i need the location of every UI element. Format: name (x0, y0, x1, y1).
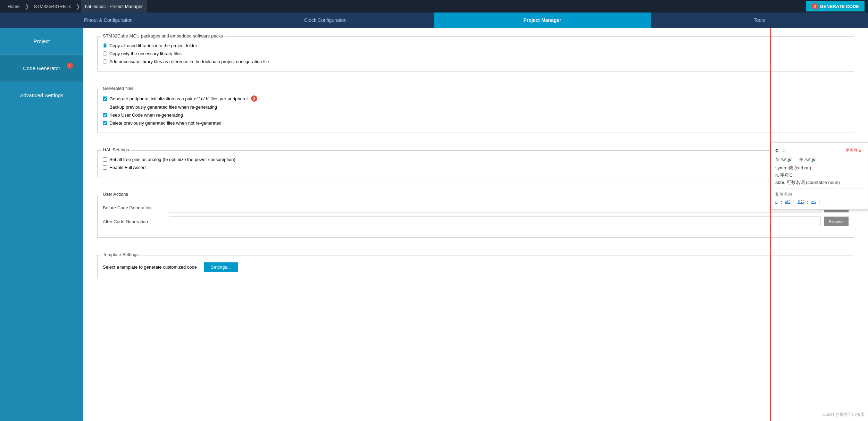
top-nav-bar: Home ❯ STM32G431RBTx ❯ hal-led.ioc - Pro… (0, 0, 868, 12)
checkbox-backup[interactable]: Backup previously generated files when r… (103, 104, 849, 110)
tab-tools[interactable]: Tools (651, 12, 868, 28)
template-settings-section: Template Settings Select a template to g… (97, 255, 854, 279)
breadcrumb-arrow-1: ❯ (25, 3, 29, 10)
user-actions-title: User Actions (101, 192, 130, 197)
mcu-packages-section: STM32Cube MCU packages and embedded soft… (97, 36, 854, 71)
sidebar: Project Code Generator 1 Advanced Settin… (0, 28, 83, 421)
tab-bar: Pinout & Configuration Clock Configurati… (0, 12, 868, 28)
generated-files-title: Generated files (101, 86, 135, 91)
dict-phonetic-us: 美 /si/ 🔊 (799, 157, 816, 163)
sidebar-item-advanced-settings[interactable]: Advanced Settings (0, 82, 83, 109)
hal-settings-section: HAL Settings Set all free pins as analog… (97, 150, 854, 177)
dict-phonetic-en: 英 /si/ 🔊 (775, 157, 792, 163)
radio-copy-necessary[interactable]: Copy only the necessary library files (103, 51, 849, 56)
checkbox-delete-prev[interactable]: Delete previously generated files when n… (103, 120, 849, 126)
main-layout: Project Code Generator 1 Advanced Settin… (0, 28, 868, 421)
checkbox-gen-peripheral-input[interactable] (103, 96, 107, 101)
after-browse-button[interactable]: Browse (824, 217, 849, 226)
generated-files-section: Generated files Generate peripheral init… (97, 89, 854, 133)
checkbox-gen-peripheral[interactable]: Generate peripheral initialization as a … (103, 95, 849, 102)
template-settings-button[interactable]: Settings... (204, 262, 238, 272)
before-code-gen-label: Before Code Generation (103, 205, 165, 210)
breadcrumb-chip[interactable]: STM32G431RBTx (30, 0, 75, 12)
radio-add-reference[interactable]: Add necessary library files as reference… (103, 59, 849, 64)
red-separator-line (770, 28, 771, 421)
tab-clock[interactable]: Clock Configuration (217, 12, 434, 28)
dictionary-popup: c ☆ 更多释义› 英 /si/ 🔊 美 /si/ 🔊 symb. 碳 (car… (771, 142, 868, 210)
speaker-en-icon[interactable]: 🔊 (787, 157, 792, 162)
radio-copy-necessary-input[interactable] (103, 51, 107, 56)
checkbox-delete-prev-input[interactable] (103, 121, 107, 125)
mcu-packages-wrapper: STM32Cube MCU packages and embedded soft… (83, 28, 868, 80)
hal-settings-options: Set all free pins as analog (to optimize… (103, 157, 849, 170)
after-code-gen-row: After Code Generation Browse (103, 217, 849, 226)
dict-star-icon[interactable]: ☆ (781, 147, 786, 154)
hal-settings-title: HAL Settings (101, 147, 131, 152)
dict-header: c ☆ 更多释义› (775, 147, 863, 154)
dict-link-xc[interactable]: xc (811, 199, 816, 205)
generate-code-button[interactable]: 3 GENERATE CODE (806, 1, 865, 11)
dict-char: c (775, 147, 779, 154)
sidebar-item-code-generator[interactable]: Code Generator 1 (0, 55, 83, 82)
checkbox-full-assert-input[interactable] (103, 165, 107, 170)
radio-copy-all[interactable]: Copy all used libraries into the project… (103, 43, 849, 48)
radio-copy-all-input[interactable] (103, 43, 107, 48)
breadcrumb-home[interactable]: Home (3, 0, 24, 12)
breadcrumb-arrow-2: ❯ (76, 3, 80, 10)
dict-link-XC[interactable]: XC (798, 199, 804, 205)
user-actions-section: User Actions Before Code Generation Brow… (97, 195, 854, 238)
dict-phonetics: 英 /si/ 🔊 美 /si/ 🔊 (775, 157, 863, 163)
content-area: STM32Cube MCU packages and embedded soft… (83, 28, 868, 421)
speaker-us-icon[interactable]: 🔊 (811, 157, 816, 162)
before-code-gen-input[interactable] (169, 203, 820, 212)
dict-link-xC[interactable]: xC (785, 199, 791, 205)
radio-add-reference-input[interactable] (103, 59, 107, 64)
tab-project-manager[interactable]: Project Manager (434, 12, 651, 28)
before-code-gen-row: Before Code Generation Browse (103, 203, 849, 212)
dict-related-title: 相关查询 (775, 192, 863, 197)
mcu-packages-title: STM32Cube MCU packages and embedded soft… (101, 33, 225, 39)
template-settings-label: Select a template to generate customized… (103, 264, 197, 270)
generate-badge: 3 (812, 3, 818, 9)
checkbox-free-pins-input[interactable] (103, 157, 107, 162)
dict-def-symb: symb. 碳 (carbon) (775, 165, 863, 171)
checkbox-keep-user-code[interactable]: Keep User Code when re-generating (103, 112, 849, 118)
dict-def-n: n. 字母C (775, 172, 863, 178)
generated-files-wrapper: Generated files Generate peripheral init… (83, 80, 868, 142)
dict-more-link[interactable]: 更多释义› (845, 148, 863, 153)
checkbox-keep-user-code-input[interactable] (103, 113, 107, 117)
checkbox-free-pins[interactable]: Set all free pins as analog (to optimize… (103, 157, 849, 162)
hal-settings-wrapper: HAL Settings Set all free pins as analog… (83, 142, 868, 186)
generated-files-options: Generate peripheral initialization as a … (103, 95, 849, 126)
dict-related-links: c ； xC ； XC ； xc ； (775, 199, 863, 205)
tab-pinout[interactable]: Pinout & Configuration (0, 12, 217, 28)
dict-related: 相关查询 c ； xC ； XC ； xc ； (775, 188, 863, 205)
mcu-packages-options: Copy all used libraries into the project… (103, 43, 849, 64)
dict-link-c[interactable]: c (775, 199, 778, 205)
template-settings-content: Select a template to generate customized… (103, 262, 849, 272)
checkbox-full-assert[interactable]: Enable Full Assert (103, 165, 849, 170)
csdn-watermark: CSDN @果然不出所廖 (822, 412, 865, 418)
breadcrumb-project[interactable]: hal-led.ioc - Project Manager (81, 0, 147, 12)
checkbox-backup-input[interactable] (103, 105, 107, 109)
template-settings-wrapper: Template Settings Select a template to g… (83, 246, 868, 288)
user-actions-content: Before Code Generation Browse After Code… (103, 203, 849, 226)
user-actions-wrapper: User Actions Before Code Generation Brow… (83, 186, 868, 246)
after-code-gen-label: After Code Generation (103, 219, 165, 224)
sidebar-item-project[interactable]: Project (0, 28, 83, 55)
code-generator-badge: 1 (67, 62, 73, 69)
dict-def-abbr: abbr. 可数名词 (countable noun) (775, 179, 863, 186)
gen-peripheral-badge: 2 (251, 95, 257, 102)
template-settings-title: Template Settings (101, 252, 140, 257)
after-code-gen-input[interactable] (169, 217, 820, 226)
generate-label: GENERATE CODE (820, 4, 859, 9)
